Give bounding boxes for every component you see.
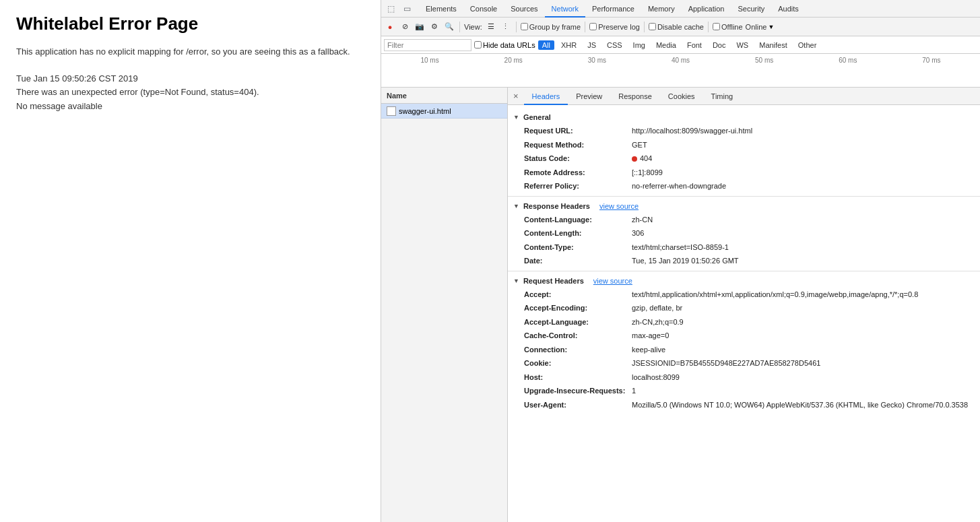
search-icon[interactable]: 🔍	[443, 21, 455, 33]
content-type-row: Content-Type: text/html;charset=ISO-8859…	[508, 240, 980, 255]
general-section-header[interactable]: ▼ General	[508, 110, 980, 124]
timeline-label-60ms: 60 ms	[839, 57, 857, 64]
hide-data-urls-group[interactable]: Hide data URLs	[474, 41, 535, 49]
filter-css-btn[interactable]: CSS	[603, 40, 626, 50]
stop-button[interactable]: ⊘	[399, 21, 411, 33]
tab-application[interactable]: Application	[682, 0, 731, 18]
user-agent-row: User-Agent: Mozilla/5.0 (Windows NT 10.0…	[508, 398, 980, 412]
tree-view-icon[interactable]: ⋮	[500, 21, 512, 33]
online-select[interactable]: Online ▼	[746, 23, 775, 31]
group-by-frame-group[interactable]: Group by frame	[521, 23, 581, 31]
camera-icon[interactable]: 📷	[414, 21, 426, 33]
filter-media-btn[interactable]: Media	[652, 40, 680, 50]
tab-preview[interactable]: Preview	[568, 88, 610, 105]
status-dot-icon	[632, 156, 637, 162]
tab-console[interactable]: Console	[463, 0, 504, 18]
request-method-value: GET	[632, 139, 647, 151]
upgrade-insecure-row: Upgrade-Insecure-Requests: 1	[508, 384, 980, 398]
device-icon[interactable]: ▭	[400, 2, 414, 15]
filter-all-btn[interactable]: All	[538, 40, 554, 50]
group-by-frame-label: Group by frame	[529, 23, 581, 31]
timeline-labels: 10 ms 20 ms 30 ms 40 ms 50 ms 60 ms 70 m…	[381, 57, 980, 64]
accept-encoding-key: Accept-Encoding:	[524, 302, 632, 314]
disable-cache-label: Disable cache	[657, 23, 704, 31]
hide-data-urls-checkbox[interactable]	[474, 41, 482, 48]
filter-font-btn[interactable]: Font	[683, 40, 706, 50]
tab-security[interactable]: Security	[731, 0, 771, 18]
remote-address-row: Remote Address: [::1]:8099	[508, 166, 980, 180]
tab-memory[interactable]: Memory	[641, 0, 682, 18]
date-row: Date: Tue, 15 Jan 2019 01:50:26 GMT	[508, 254, 980, 268]
tab-cookies[interactable]: Cookies	[660, 88, 703, 105]
user-agent-key: User-Agent:	[524, 399, 632, 411]
request-headers-view-source-link[interactable]: view source	[593, 277, 632, 285]
request-headers-triangle-icon: ▼	[513, 278, 519, 284]
timeline-label-10ms: 10 ms	[420, 57, 438, 64]
table-row[interactable]: swagger-ui.html	[381, 104, 507, 119]
referrer-policy-row: Referrer Policy: no-referrer-when-downgr…	[508, 179, 980, 193]
filter-manifest-btn[interactable]: Manifest	[755, 40, 791, 50]
cache-control-row: Cache-Control: max-age=0	[508, 329, 980, 343]
online-label: Online	[746, 23, 767, 31]
preserve-log-group[interactable]: Preserve log	[589, 23, 640, 31]
list-view-icon[interactable]: ☰	[485, 21, 497, 33]
timeline-label-70ms: 70 ms	[922, 57, 940, 64]
cookie-row: Cookie: JSESSIONID=B75B4555D948E227AD7AE…	[508, 356, 980, 370]
file-icon	[387, 106, 396, 116]
response-headers-section-header[interactable]: ▼ Response Headers view source	[508, 199, 980, 213]
filter-doc-btn[interactable]: Doc	[709, 40, 730, 50]
preserve-log-label: Preserve log	[598, 23, 640, 31]
date-key: Date:	[524, 255, 632, 267]
tab-sources[interactable]: Sources	[504, 0, 544, 18]
offline-group[interactable]: Offline	[713, 23, 743, 31]
filter-icon[interactable]: ⚙	[428, 21, 440, 33]
page-content: Whitelabel Error Page This application h…	[0, 0, 381, 522]
content-length-row: Content-Length: 306	[508, 226, 980, 240]
tab-elements[interactable]: Elements	[419, 0, 463, 18]
record-button[interactable]: ●	[384, 21, 396, 33]
filter-ws-btn[interactable]: WS	[732, 40, 752, 50]
connection-key: Connection:	[524, 344, 632, 356]
timeline-bar: 10 ms 20 ms 30 ms 40 ms 50 ms 60 ms 70 m…	[381, 54, 980, 88]
tab-audits[interactable]: Audits	[771, 0, 806, 18]
accept-row: Accept: text/html,application/xhtml+xml,…	[508, 288, 980, 302]
tab-network[interactable]: Network	[545, 0, 585, 18]
accept-key: Accept:	[524, 289, 632, 300]
response-headers-view-source-link[interactable]: view source	[599, 202, 639, 210]
close-detail-button[interactable]: ×	[508, 91, 524, 101]
view-label: View:	[464, 23, 482, 31]
filter-js-btn[interactable]: JS	[583, 40, 600, 50]
group-by-frame-checkbox[interactable]	[521, 23, 528, 30]
request-headers-section-header[interactable]: ▼ Request Headers view source	[508, 274, 980, 288]
tab-headers[interactable]: Headers	[524, 88, 568, 105]
filter-xhr-btn[interactable]: XHR	[557, 40, 581, 50]
tab-performance[interactable]: Performance	[585, 0, 641, 18]
offline-checkbox[interactable]	[713, 23, 720, 30]
cursor-icon[interactable]: ⬚	[384, 2, 397, 15]
disable-cache-checkbox[interactable]	[649, 23, 656, 30]
content-type-value: text/html;charset=ISO-8859-1	[632, 242, 729, 253]
accept-language-value: zh-CN,zh;q=0.9	[632, 317, 684, 328]
devtools-tab-bar: ⬚ ▭ Elements Console Sources Network Per…	[381, 0, 980, 18]
disable-cache-group[interactable]: Disable cache	[649, 23, 704, 31]
preserve-log-checkbox[interactable]	[589, 23, 597, 30]
divider2	[508, 271, 980, 271]
filter-bar: Hide data URLs All XHR JS CSS Img Media …	[381, 36, 980, 54]
connection-value: keep-alive	[632, 344, 665, 356]
headers-content: ▼ General Request URL: http://localhost:…	[508, 105, 980, 417]
network-toolbar: ● ⊘ 📷 ⚙ 🔍 View: ☰ ⋮ Group by frame Prese…	[381, 18, 980, 36]
status-code-value: 404	[632, 153, 652, 164]
tab-timing[interactable]: Timing	[703, 88, 742, 105]
timeline-label-50ms: 50 ms	[755, 57, 773, 64]
general-title: General	[523, 113, 551, 121]
filter-other-btn[interactable]: Other	[794, 40, 821, 50]
network-main: Name swagger-ui.html × Headers Preview R…	[381, 88, 980, 522]
cache-control-value: max-age=0	[632, 330, 669, 341]
filter-img-btn[interactable]: Img	[629, 40, 649, 50]
content-language-row: Content-Language: zh-CN	[508, 213, 980, 227]
meta-line2: There was an unexpected error (type=Not …	[16, 86, 364, 100]
content-type-key: Content-Type:	[524, 242, 632, 253]
devtools-panel: ⬚ ▭ Elements Console Sources Network Per…	[381, 0, 980, 522]
filter-input[interactable]	[384, 39, 471, 51]
tab-response[interactable]: Response	[610, 88, 660, 105]
